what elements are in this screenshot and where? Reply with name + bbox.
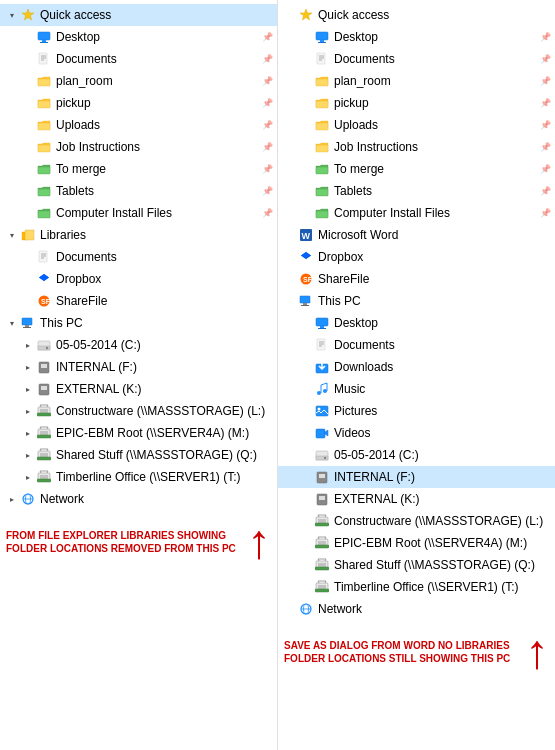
tree-item-plan-room-l[interactable]: plan_room📌 [0,70,277,92]
tree-item-timberline-r[interactable]: Timberline Office (\\SERVER1) (T:) [278,576,555,598]
pin-plan-room-l: 📌 [262,76,273,86]
pin-pickup-r: 📌 [540,98,551,108]
pin-tablets-r: 📌 [540,186,551,196]
expander-sharefile-r [282,271,298,287]
desktop-icon [36,29,52,45]
expander-libraries-l[interactable]: ▾ [4,227,20,243]
expander-drive-c-l[interactable]: ▸ [20,337,36,353]
expander-to-merge-l [20,161,36,177]
main-container: ▾ Quick access Desktop📌 Documents📌 plan_… [0,0,555,750]
expander-quick-access[interactable]: ▾ [4,7,20,23]
libraries-icon [20,227,36,243]
tree-item-epic-ebm-l[interactable]: ▸ EPIC-EBM Root (\\SERVER4A) (M:) [0,422,277,444]
expander-drive-f-l[interactable]: ▸ [20,359,36,375]
tree-item-to-merge-l[interactable]: To merge📌 [0,158,277,180]
tree-item-computer-install-l[interactable]: Computer Install Files📌 [0,202,277,224]
tree-item-tablets-r[interactable]: Tablets📌 [278,180,555,202]
svg-rect-8 [38,101,50,108]
left-tree: ▾ Quick access Desktop📌 Documents📌 plan_… [0,4,277,510]
tree-item-epic-ebm-r[interactable]: EPIC-EBM Root (\\SERVER4A) (M:) [278,532,555,554]
expander-shared-stuff-r [298,557,314,573]
tree-item-plan-room-r[interactable]: plan_room📌 [278,70,555,92]
svg-rect-87 [315,545,329,548]
tree-item-pictures-r[interactable]: Pictures [278,400,555,422]
tree-item-tablets-l[interactable]: Tablets📌 [0,180,277,202]
expander-network-l[interactable]: ▸ [4,491,20,507]
tree-item-desktop-l[interactable]: Desktop📌 [0,26,277,48]
expander-constructware-l[interactable]: ▸ [20,403,36,419]
tree-item-sharefile-r[interactable]: SF ShareFile [278,268,555,290]
tree-item-drive-f-r[interactable]: INTERNAL (F:) [278,466,555,488]
expander-timberline-r [298,579,314,595]
expander-epic-ebm-l[interactable]: ▸ [20,425,36,441]
label-pictures-r: Pictures [334,404,551,418]
pictures-icon [314,403,330,419]
label-to-merge-l: To merge [56,162,258,176]
tree-item-music-r[interactable]: Music [278,378,555,400]
svg-rect-35 [37,435,51,438]
tree-item-desktop2-r[interactable]: Desktop [278,312,555,334]
tree-item-sharefile-l[interactable]: SF ShareFile [0,290,277,312]
tree-item-constructware-r[interactable]: Constructware (\\MASSSTORAGE) (L:) [278,510,555,532]
tree-item-documents-r[interactable]: Documents📌 [278,48,555,70]
expander-shared-stuff-l[interactable]: ▸ [20,447,36,463]
label-thispc-r: This PC [318,294,551,308]
tree-item-quick-access-r[interactable]: Quick access [278,4,555,26]
tree-item-computer-install-r[interactable]: Computer Install Files📌 [278,202,555,224]
expander-timberline-l[interactable]: ▸ [20,469,36,485]
pin-documents-r: 📌 [540,54,551,64]
docs-icon [36,249,52,265]
svg-rect-31 [41,386,47,390]
tree-item-thispc-r[interactable]: This PC [278,290,555,312]
drive-removable-icon [314,469,330,485]
tree-item-videos-r[interactable]: Videos [278,422,555,444]
folder-green-icon [36,161,52,177]
tree-item-drive-f-l[interactable]: ▸ INTERNAL (F:) [0,356,277,378]
tree-item-drive-k-l[interactable]: ▸ EXTERNAL (K:) [0,378,277,400]
tree-item-timberline-l[interactable]: ▸ Timberline Office (\\SERVER1) (T:) [0,466,277,488]
tree-item-uploads-l[interactable]: Uploads📌 [0,114,277,136]
expander-thispc-l[interactable]: ▾ [4,315,20,331]
tree-item-constructware-l[interactable]: ▸ Constructware (\\MASSSTORAGE) (L:) [0,400,277,422]
svg-rect-61 [300,296,310,303]
tree-item-job-instructions-r[interactable]: Job Instructions📌 [278,136,555,158]
tree-item-drive-c-r[interactable]: 05-05-2014 (C:) [278,444,555,466]
tree-item-libraries-l[interactable]: ▾ Libraries [0,224,277,246]
label-tablets-l: Tablets [56,184,258,198]
expander-documents-l [20,51,36,67]
tree-item-drive-k-r[interactable]: EXTERNAL (K:) [278,488,555,510]
tree-item-desktop-r[interactable]: Desktop📌 [278,26,555,48]
svg-rect-23 [25,325,29,327]
expander-pickup-r [298,95,314,111]
label-job-instructions-r: Job Instructions [334,140,536,154]
tree-item-dropbox-r[interactable]: Dropbox [278,246,555,268]
tree-item-to-merge-r[interactable]: To merge📌 [278,158,555,180]
tree-item-documents-l[interactable]: Documents📌 [0,48,277,70]
label-constructware-l: Constructware (\\MASSSTORAGE) (L:) [56,404,273,418]
pin-plan-room-r: 📌 [540,76,551,86]
tree-item-uploads-r[interactable]: Uploads📌 [278,114,555,136]
tree-item-shared-stuff-r[interactable]: Shared Stuff (\\MASSSTORAGE) (Q:) [278,554,555,576]
tree-item-shared-stuff-l[interactable]: ▸ Shared Stuff (\\MASSSTORAGE) (Q:) [0,444,277,466]
expander-videos-r [298,425,314,441]
tree-item-quick-access[interactable]: ▾ Quick access [0,4,277,26]
tree-item-documents2-l[interactable]: Documents [0,246,277,268]
folder-icon [314,95,330,111]
tree-item-ms-word-r[interactable]: W Microsoft Word [278,224,555,246]
tree-item-pickup-r[interactable]: pickup📌 [278,92,555,114]
label-quick-access-r: Quick access [318,8,551,22]
tree-item-dropbox-l[interactable]: Dropbox [0,268,277,290]
svg-rect-63 [301,305,309,306]
tree-item-downloads-r[interactable]: Downloads [278,356,555,378]
tree-item-pickup-l[interactable]: pickup📌 [0,92,277,114]
tree-item-network-l[interactable]: ▸ Network [0,488,277,510]
tree-item-network-r[interactable]: Network [278,598,555,620]
tree-item-drive-c-l[interactable]: ▸ 05-05-2014 (C:) [0,334,277,356]
tree-item-thispc-l[interactable]: ▾ This PC [0,312,277,334]
tree-item-documents2-r[interactable]: Documents [278,334,555,356]
label-ms-word-r: Microsoft Word [318,228,551,242]
svg-rect-78 [316,456,328,460]
svg-text:SF: SF [303,276,313,283]
expander-drive-k-l[interactable]: ▸ [20,381,36,397]
tree-item-job-instructions-l[interactable]: Job Instructions📌 [0,136,277,158]
